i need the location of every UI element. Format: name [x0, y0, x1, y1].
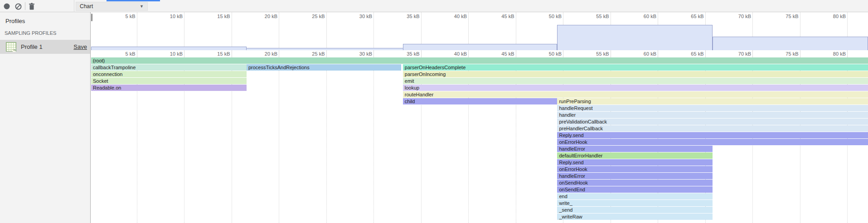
ruler-tick [137, 50, 137, 57]
clear-icon [15, 3, 22, 10]
flame-bar[interactable]: handleError [557, 173, 713, 179]
ruler-tick-label: 20 kB [246, 51, 277, 57]
ruler-tick-label: 45 kB [483, 51, 514, 57]
flame-bar[interactable]: processTicksAndRejections [247, 64, 401, 71]
ruler-tick-label: 5 kB [104, 51, 136, 57]
flame-bar[interactable]: handler [557, 112, 868, 118]
flame-bar[interactable]: onErrorHook [557, 139, 868, 145]
overview-gridline [279, 12, 280, 50]
flame-gridline [279, 57, 280, 223]
ruler-tick-label: 25 kB [293, 51, 325, 57]
overview-tick-label: 55 kB [577, 14, 609, 19]
flame-bar[interactable]: _send [557, 207, 713, 213]
overview-tick-label: 15 kB [199, 14, 230, 19]
flame-bar[interactable]: parserOnHeadersComplete [403, 64, 868, 71]
flame-bar[interactable]: write_ [557, 200, 713, 206]
flame-bar[interactable]: runPreParsing [557, 98, 868, 104]
overview-area-segment [557, 25, 713, 50]
clear-button[interactable] [14, 2, 23, 11]
overview-tick-label: 35 kB [388, 14, 420, 19]
flame-bar[interactable]: _writeRaw [557, 214, 713, 220]
flame-bar[interactable]: Readable.on [91, 85, 247, 91]
flame-bar[interactable]: handleRequest [557, 105, 868, 111]
overview-gridline [326, 12, 327, 50]
flame-bar[interactable]: onconnection [91, 71, 247, 77]
ruler-tick [705, 50, 706, 57]
flame-bar[interactable]: lookup [403, 85, 868, 91]
ruler-tick [658, 50, 658, 57]
ruler-tick [611, 50, 611, 57]
flame-gridline [373, 57, 374, 223]
ruler-tick-label: 80 kB [814, 51, 846, 57]
flame-bar[interactable]: Reply.send [557, 159, 713, 166]
ruler-tick [232, 50, 232, 57]
overview-tick-label: 30 kB [340, 14, 372, 19]
overview-area-segment [403, 44, 558, 50]
overview-tick-label: 60 kB [625, 14, 656, 19]
sampling-profile-icon: % [6, 42, 16, 52]
flame-bar[interactable]: Socket [91, 78, 247, 84]
overview-area-segment [91, 47, 247, 50]
flame-bar[interactable]: onSendEnd [557, 186, 713, 193]
overview-tick-label: 20 kB [246, 14, 277, 19]
record-button[interactable] [2, 2, 11, 11]
flame-gridline [326, 57, 327, 223]
flame-bar[interactable]: emit [403, 78, 868, 84]
percent-glyph: % [13, 48, 16, 52]
flame-bar[interactable]: (root) [91, 57, 868, 64]
overview-tick-label: 65 kB [672, 14, 704, 19]
flame-bar[interactable]: routeHandler [403, 91, 868, 98]
overview-gridline [184, 12, 185, 50]
ruler-tick-label: 15 kB [199, 51, 230, 57]
overview-tick-label: 5 kB [104, 14, 136, 19]
ruler-tick-label: 40 kB [435, 51, 467, 57]
sidebar-item-profile-1[interactable]: % Profile 1 Save [0, 40, 90, 54]
flame-bar[interactable]: end [557, 193, 713, 199]
ruler-tick [800, 50, 800, 57]
chevron-down-icon: ▼ [140, 4, 144, 9]
ruler-tick-label: 30 kB [340, 51, 372, 57]
overview-gridline [232, 12, 233, 50]
active-tab-underline [107, 0, 160, 1]
ruler-tick [516, 50, 516, 57]
flame-bar[interactable]: parserOnIncoming [403, 71, 868, 77]
ruler-tick [563, 50, 563, 57]
flame-bar[interactable]: handleError [557, 146, 713, 152]
flame-bar[interactable]: preHandlerCallback [557, 125, 868, 132]
chart-view-select-value: Chart [80, 3, 93, 9]
ruler-tick-label: 35 kB [388, 51, 420, 57]
toolbar-separator [25, 2, 25, 10]
flame-bar[interactable]: Reply.send [557, 132, 868, 138]
overview-tick-label: 25 kB [293, 14, 325, 19]
memory-overview-pane[interactable]: 5 kB10 kB15 kB20 kB25 kB30 kB35 kB40 kB4… [91, 12, 868, 50]
ruler-tick [468, 50, 469, 57]
overview-tick-label: 80 kB [814, 14, 846, 19]
chart-view-select[interactable]: Chart ▼ [76, 2, 148, 11]
flame-bar[interactable]: onErrorHook [557, 166, 713, 172]
ruler-tick [279, 50, 279, 57]
overview-tick-label: 40 kB [435, 14, 467, 19]
trash-icon [29, 3, 35, 10]
ruler-tick-label: 75 kB [767, 51, 799, 57]
sidebar-title: Profiles [5, 18, 25, 24]
ruler-tick [184, 50, 184, 57]
flame-bar[interactable]: callbackTrampoline [91, 64, 247, 71]
heap-profiler-panel: Chart ▼ Profiles SAMPLING PROFILES % Pro… [0, 0, 868, 223]
ruler-tick [752, 50, 753, 57]
flame-bar[interactable]: child [403, 98, 558, 104]
delete-profile-button[interactable] [27, 2, 36, 11]
flame-bar[interactable]: preValidationCallback [557, 119, 868, 125]
flame-bar[interactable]: onSendHook [557, 180, 713, 186]
overview-tick-label: 45 kB [483, 14, 514, 19]
save-profile-link[interactable]: Save [73, 43, 87, 50]
sampling-profiles-heading: SAMPLING PROFILES [5, 30, 56, 36]
overview-tick-label: 70 kB [719, 14, 751, 19]
overview-tick-label: 50 kB [530, 14, 562, 19]
ruler-tick [326, 50, 327, 57]
ruler-tick [421, 50, 422, 57]
flame-bar[interactable]: defaultErrorHandler [557, 152, 713, 159]
overview-area-segment [713, 37, 868, 50]
toolbar-panel-divider [74, 0, 74, 12]
ruler-tick-label: 65 kB [672, 51, 704, 57]
vertical-scrollbar-thumb[interactable] [91, 14, 92, 21]
